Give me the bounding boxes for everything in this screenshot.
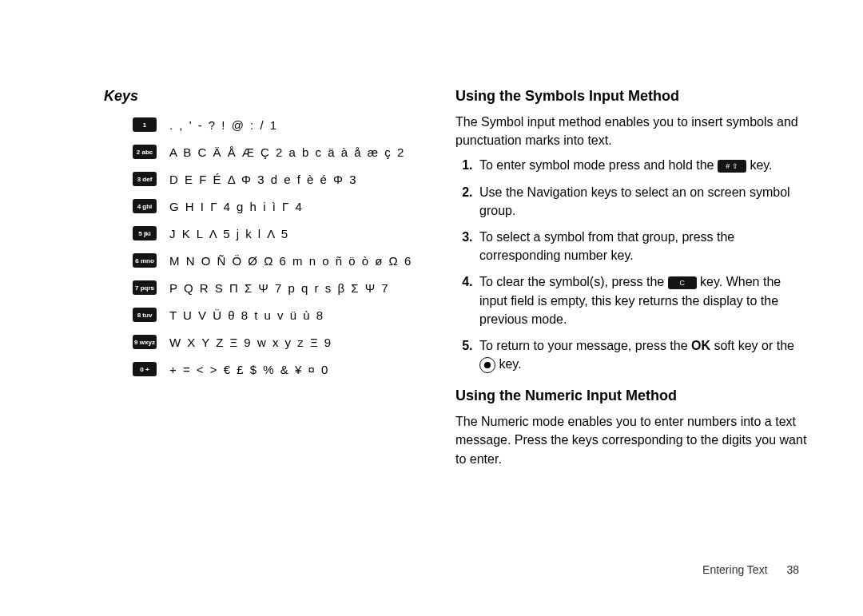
symbols-heading: Using the Symbols Input Method <box>455 88 807 105</box>
left-column: Keys 1 . , ' - ? ! @ : / 1 2 abc A B C Ä… <box>104 88 424 584</box>
key-chars: J K L Λ 5 j k l Λ 5 <box>169 227 289 240</box>
symbols-steps: To enter symbol mode press and hold the … <box>455 156 807 373</box>
key-chars: M N O Ñ Ö Ø Ω 6 m n o ñ ö ò ø Ω 6 <box>169 254 412 268</box>
key-row-7: 7 pqrs P Q R S Π Σ Ψ 7 p q r s β Σ Ψ 7 <box>133 280 424 295</box>
key-chars: A B C Ä Å Æ Ç 2 a b c ä à å æ ç 2 <box>169 145 405 159</box>
keys-heading: Keys <box>104 88 424 105</box>
key-chars: W X Y Z Ξ 9 w x y z Ξ 9 <box>169 336 332 349</box>
symbols-intro: The Symbol input method enables you to i… <box>455 113 807 149</box>
footer-page-number: 38 <box>786 563 799 576</box>
manual-page: Keys 1 . , ' - ? ! @ : / 1 2 abc A B C Ä… <box>0 0 863 616</box>
key-row-9: 9 wxyz W X Y Z Ξ 9 w x y z Ξ 9 <box>133 335 424 349</box>
step-5: To return to your message, press the OK … <box>476 336 807 373</box>
clear-key-icon: C <box>668 276 697 289</box>
key-row-8: 8 tuv T U V Ü θ 8 t u v ü ù 8 <box>133 308 424 322</box>
key-row-6: 6 mno M N O Ñ Ö Ø Ω 6 m n o ñ ö ò ø Ω 6 <box>133 253 424 268</box>
step-3: To select a symbol from that group, pres… <box>476 228 807 264</box>
key-row-1: 1 . , ' - ? ! @ : / 1 <box>133 117 424 132</box>
key-list: 1 . , ' - ? ! @ : / 1 2 abc A B C Ä Å Æ … <box>133 117 424 376</box>
key-chars: T U V Ü θ 8 t u v ü ù 8 <box>169 308 324 322</box>
key-row-2: 2 abc A B C Ä Å Æ Ç 2 a b c ä à å æ ç 2 <box>133 145 424 159</box>
key-chars: G H I Γ 4 g h i ì Γ 4 <box>169 200 304 213</box>
keypad-8-icon: 8 tuv <box>133 308 157 322</box>
key-chars: P Q R S Π Σ Ψ 7 p q r s β Σ Ψ 7 <box>169 281 390 295</box>
right-column: Using the Symbols Input Method The Symbo… <box>455 88 807 584</box>
keypad-7-icon: 7 pqrs <box>133 280 157 295</box>
keypad-9-icon: 9 wxyz <box>133 335 157 349</box>
key-row-3: 3 def D E F É Δ Φ 3 d e f è é Φ 3 <box>133 172 424 186</box>
keypad-2-icon: 2 abc <box>133 145 157 159</box>
step-4: To clear the symbol(s), press the C key.… <box>476 272 807 328</box>
keypad-0-icon: 0 + <box>133 362 157 376</box>
hash-key-icon: # ⇧ <box>718 160 746 173</box>
step-1: To enter symbol mode press and hold the … <box>476 156 807 174</box>
center-key-icon <box>479 357 495 373</box>
key-row-5: 5 jkl J K L Λ 5 j k l Λ 5 <box>133 226 424 240</box>
key-chars: . , ' - ? ! @ : / 1 <box>169 118 278 132</box>
footer-section: Entering Text <box>702 563 767 576</box>
ok-softkey-label: OK <box>691 339 710 352</box>
keypad-4-icon: 4 ghi <box>133 199 157 213</box>
keypad-6-icon: 6 mno <box>133 253 157 268</box>
keypad-3-icon: 3 def <box>133 172 157 186</box>
numeric-body: The Numeric mode enables you to enter nu… <box>455 412 807 468</box>
key-row-0: 0 + + = < > € £ $ % & ¥ ¤ 0 <box>133 362 424 376</box>
page-footer: Entering Text 38 <box>702 563 799 576</box>
keypad-1-icon: 1 <box>133 117 157 132</box>
step-2: Use the Navigation keys to select an on … <box>476 183 807 220</box>
key-chars: + = < > € £ $ % & ¥ ¤ 0 <box>169 363 329 376</box>
key-row-4: 4 ghi G H I Γ 4 g h i ì Γ 4 <box>133 199 424 213</box>
numeric-heading: Using the Numeric Input Method <box>455 387 807 404</box>
key-chars: D E F É Δ Φ 3 d e f è é Φ 3 <box>169 173 358 186</box>
keypad-5-icon: 5 jkl <box>133 226 157 240</box>
